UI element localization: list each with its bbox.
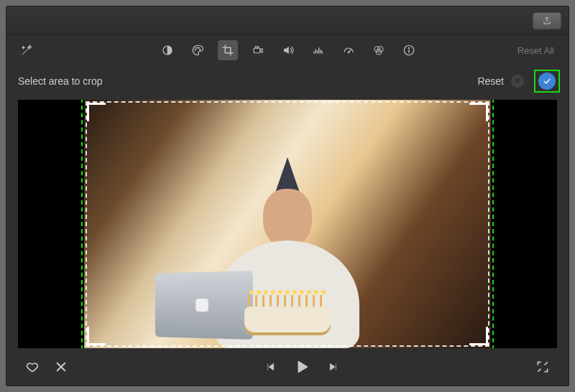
imovie-crop-window: Reset All Select area to crop Reset ✕	[6, 6, 569, 386]
volume-icon	[282, 44, 295, 57]
crop-button[interactable]	[218, 40, 238, 60]
previous-frame-icon	[264, 361, 276, 373]
close-icon: ✕	[514, 76, 521, 86]
auto-enhance-button[interactable]	[17, 40, 37, 60]
next-frame-icon	[328, 361, 339, 373]
next-frame-button[interactable]	[325, 358, 342, 375]
reject-button[interactable]	[52, 358, 70, 375]
share-button[interactable]	[533, 12, 561, 29]
fullscreen-icon	[535, 360, 550, 374]
play-icon	[293, 358, 310, 375]
crop-instruction-label: Select area to crop	[18, 75, 103, 87]
svg-point-12	[408, 47, 410, 49]
crop-header: Select area to crop Reset ✕	[6, 65, 569, 100]
heart-icon	[25, 360, 40, 374]
stabilization-button[interactable]	[248, 40, 268, 60]
svg-point-1	[195, 49, 196, 50]
crop-icon	[221, 44, 234, 57]
reset-button[interactable]: Reset	[477, 75, 504, 87]
svg-rect-6	[256, 47, 259, 48]
svg-rect-5	[254, 48, 260, 53]
svg-point-2	[196, 47, 198, 49]
cancel-crop-button[interactable]: ✕	[511, 75, 524, 88]
checkmark-icon	[542, 76, 552, 86]
previous-frame-button[interactable]	[262, 358, 279, 375]
color-palette-icon	[191, 44, 204, 57]
camera-stabilization-icon	[252, 44, 264, 57]
clip-info-button[interactable]	[399, 40, 419, 60]
favorite-button[interactable]	[24, 358, 41, 375]
info-icon	[402, 44, 415, 57]
svg-point-3	[198, 47, 200, 49]
title-bar	[6, 6, 569, 35]
svg-point-4	[200, 49, 201, 50]
apply-highlight	[534, 70, 560, 93]
apply-crop-button[interactable]	[538, 73, 556, 90]
clip-filter-button[interactable]	[369, 40, 389, 60]
speedometer-icon	[342, 44, 355, 57]
share-icon	[542, 16, 552, 26]
audio-equalizer-icon	[312, 44, 325, 57]
fullscreen-button[interactable]	[534, 358, 551, 375]
contrast-icon	[161, 44, 174, 57]
video-viewer[interactable]	[18, 100, 557, 348]
magic-wand-icon	[20, 44, 33, 57]
volume-button[interactable]	[278, 40, 298, 60]
color-correction-button[interactable]	[188, 40, 208, 60]
tutorial-highlight-box	[81, 100, 494, 348]
reject-icon	[54, 360, 68, 374]
svg-point-7	[348, 52, 349, 53]
speed-button[interactable]	[339, 40, 359, 60]
play-button[interactable]	[293, 358, 310, 375]
reset-all-button[interactable]: Reset All	[518, 45, 558, 56]
adjustments-toolbar: Reset All	[6, 35, 569, 65]
noise-reduction-button[interactable]	[308, 40, 328, 60]
color-filters-icon	[372, 44, 385, 57]
playback-controls	[6, 348, 569, 386]
color-balance-button[interactable]	[157, 40, 178, 60]
